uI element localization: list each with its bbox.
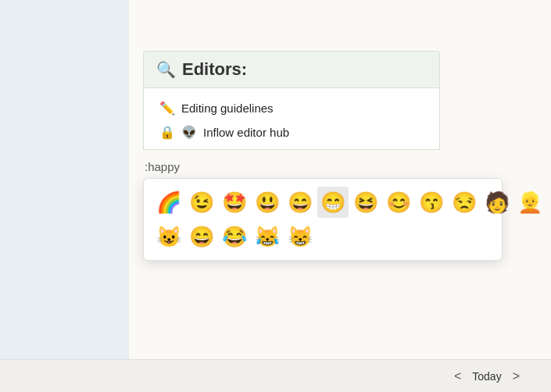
editors-header: 🔍 Editors: [143,51,440,88]
emoji-cat-laugh[interactable]: 😄 [186,221,217,252]
lock-link-icon: 🔒 [159,125,175,140]
emoji-smiley-cat[interactable]: 😸 [284,221,316,252]
emoji-grinning[interactable]: 😁 [317,187,349,218]
emoji-row-2: 😺 😄 😂 😹 😸 [153,221,492,252]
emoji-kissing-smiling[interactable]: 😙 [416,187,447,218]
emoji-picker: 🌈 😉 🤩 😃 😄 😁 😆 😊 😙 😒 🧑 👱 😺 😄 😂 😹 😸 [143,178,503,261]
editors-menu: ✏️ Editing guidelines 🔒 👽 Inflow editor … [143,88,440,150]
emoji-query-text: :happy [143,160,440,173]
search-icon: 🔍 [156,62,176,77]
emoji-smile-eyes[interactable]: 😄 [284,187,316,218]
prev-button[interactable]: < [454,369,461,383]
emoji-joy[interactable]: 😂 [219,221,250,252]
editors-title: Editors: [182,59,247,80]
alien-icon: 👽 [181,125,197,140]
emoji-joy-cat[interactable]: 😹 [252,221,283,252]
inflow-editor-hub-item[interactable]: 🔒 👽 Inflow editor hub [144,120,439,144]
editing-guidelines-item[interactable]: ✏️ Editing guidelines [144,96,439,120]
emoji-row-1: 🌈 😉 🤩 😃 😄 😁 😆 😊 😙 😒 🧑 👱 [153,187,492,218]
inflow-editor-hub-label: Inflow editor hub [203,126,289,139]
emoji-unamused[interactable]: 😒 [449,187,480,218]
emoji-grin[interactable]: 😃 [252,187,283,218]
next-button[interactable]: > [513,369,520,383]
emoji-person[interactable]: 🧑 [481,187,513,218]
emoji-search-area: :happy 🌈 😉 🤩 😃 😄 😁 😆 😊 😙 😒 🧑 👱 😺 😄 😂 😹 😸 [143,160,440,261]
sidebar-background [0,0,129,359]
today-label[interactable]: Today [472,370,501,383]
bottom-navigation: < Today > [454,369,520,383]
emoji-cat-smile[interactable]: 😺 [153,221,184,252]
emoji-rainbow[interactable]: 🌈 [153,187,184,218]
editing-guidelines-label: Editing guidelines [181,102,274,115]
emoji-starstruck[interactable]: 🤩 [219,187,250,218]
emoji-blond-person[interactable]: 👱 [514,187,546,218]
bottom-bar: < Today > [0,359,551,392]
emoji-wink[interactable]: 😉 [186,187,217,218]
emoji-laugh[interactable]: 😆 [350,187,381,218]
pencil-icon: ✏️ [159,101,175,116]
emoji-blush[interactable]: 😊 [383,187,414,218]
editors-panel: 🔍 Editors: ✏️ Editing guidelines 🔒 👽 Inf… [143,51,440,150]
